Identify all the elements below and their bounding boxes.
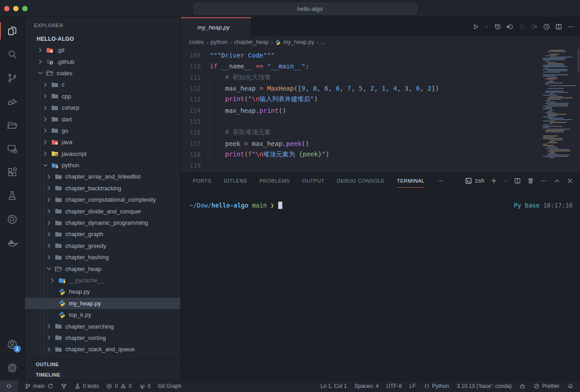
status-ports[interactable]: 0 bbox=[139, 380, 151, 392]
activity-remote-explorer[interactable] bbox=[0, 137, 24, 160]
tree-item-chapter-greedy[interactable]: chapter_greedy bbox=[25, 240, 180, 252]
run-python-file-icon[interactable] bbox=[472, 23, 479, 30]
shell-select[interactable]: zsh bbox=[465, 177, 484, 184]
panel-tab-terminal[interactable]: TERMINAL bbox=[397, 172, 425, 190]
tree-item-chapter-dynamic-programming[interactable]: chapter_dynamic_programming bbox=[25, 217, 180, 228]
customize-layout-icon[interactable] bbox=[565, 4, 574, 13]
toggle-panel-icon[interactable] bbox=[534, 4, 543, 13]
close-window-button[interactable] bbox=[4, 6, 10, 11]
activity-testing[interactable] bbox=[0, 184, 24, 208]
status-notifications[interactable] bbox=[567, 380, 574, 392]
tree-item--git[interactable]: .git bbox=[25, 44, 180, 56]
command-center-search[interactable]: hello-algo bbox=[194, 3, 417, 15]
breadcrumb--[interactable]: ... bbox=[321, 39, 325, 45]
status-indentation[interactable]: Spaces: 4 bbox=[354, 380, 378, 392]
tree-item-dart[interactable]: dart bbox=[25, 113, 180, 125]
tree-item-c[interactable]: c bbox=[25, 79, 180, 90]
panel-tab-problems[interactable]: PROBLEMS bbox=[259, 172, 290, 190]
tree-item-go[interactable]: go bbox=[25, 125, 180, 136]
toggle-sidebar-icon[interactable] bbox=[518, 4, 527, 13]
minimize-window-button[interactable] bbox=[13, 6, 19, 11]
panel-tab-output[interactable]: OUTPUT bbox=[302, 172, 325, 190]
activity-search[interactable] bbox=[0, 43, 24, 66]
editor-scrollbar[interactable] bbox=[577, 49, 580, 73]
status-prettier[interactable]: Prettier bbox=[533, 380, 560, 392]
status-cursor-position[interactable]: Ln 1, Col 1 bbox=[320, 380, 347, 392]
open-changes-next-icon[interactable] bbox=[531, 23, 538, 30]
tree-item-top-k-py[interactable]: top_k.py bbox=[25, 309, 180, 320]
panel-tab-debug-console[interactable]: DEBUG CONSOLE bbox=[337, 172, 385, 190]
code-editor[interactable]: 109"""Driver Code"""110if __name__ == "_… bbox=[181, 48, 580, 171]
explorer-actions-icon[interactable] bbox=[168, 22, 175, 29]
tree-item-javascript[interactable]: JSjavascript bbox=[25, 148, 180, 160]
tree-item-java[interactable]: java bbox=[25, 136, 180, 148]
tree-root-hello-algo[interactable]: HELLO-ALGO bbox=[25, 34, 180, 44]
tree-item-python[interactable]: python bbox=[25, 160, 180, 171]
tree-item-chapter-stack-and-queue[interactable]: chapter_stack_and_queue bbox=[25, 344, 180, 355]
status-test-status[interactable]: 0 tests bbox=[74, 380, 99, 392]
status-problems[interactable]: 00 bbox=[106, 380, 131, 392]
maximize-panel-icon[interactable] bbox=[553, 177, 561, 184]
tree-item-csharp[interactable]: csharp bbox=[25, 102, 180, 113]
file-history-icon[interactable] bbox=[494, 23, 501, 30]
status-git-graph-label[interactable]: Git Graph bbox=[158, 380, 181, 392]
minimap[interactable] bbox=[542, 48, 575, 161]
activity-docker[interactable] bbox=[0, 231, 24, 255]
terminal[interactable]: ~/Dow/hello-algo main ❯ Py base 18:17:16 bbox=[181, 190, 580, 380]
activity-accounts[interactable]: 1 bbox=[0, 333, 24, 356]
tree-item--github[interactable]: .github bbox=[25, 56, 180, 67]
activity-project-manager[interactable] bbox=[0, 113, 24, 137]
status-python-interpreter[interactable]: 3.10.13 ('base': conda) bbox=[457, 380, 512, 392]
kill-terminal-icon[interactable] bbox=[527, 177, 534, 184]
activity-github[interactable] bbox=[0, 208, 24, 231]
activity-source-control[interactable] bbox=[0, 66, 24, 90]
panel-tabs-more-icon[interactable] bbox=[437, 177, 444, 184]
tree-item-heap-py[interactable]: heap.py bbox=[25, 286, 180, 297]
tree-item--pycache-[interactable]: __pycache__ bbox=[25, 275, 180, 286]
nav-forward-icon[interactable] bbox=[179, 4, 188, 13]
tab-my-heap-py[interactable]: my_heap.py bbox=[181, 17, 251, 36]
run-dropdown-icon[interactable] bbox=[484, 24, 489, 29]
terminal-dropdown-icon[interactable] bbox=[503, 179, 508, 183]
status-git-branch[interactable]: main bbox=[24, 380, 53, 392]
new-terminal-icon[interactable] bbox=[490, 177, 498, 184]
tree-item-chapter-backtracking[interactable]: chapter_backtracking bbox=[25, 183, 180, 194]
status-git-graph-button[interactable] bbox=[61, 380, 67, 392]
breadcrumb-chapter-heap[interactable]: chapter_heap bbox=[234, 39, 269, 45]
tree-item-chapter-computational-complexity[interactable]: chapter_computational_complexity bbox=[25, 194, 180, 205]
more-actions-icon[interactable] bbox=[567, 23, 575, 30]
activity-extensions[interactable] bbox=[0, 160, 24, 184]
tree-item-chapter-divide-and-conquer[interactable]: chapter_divide_and_conquer bbox=[25, 205, 180, 217]
timeline-section[interactable]: TIMELINE bbox=[25, 369, 180, 380]
panel-tab-gitlens[interactable]: GITLENS bbox=[223, 172, 247, 190]
toggle-blame-icon[interactable] bbox=[543, 23, 550, 30]
tree-item-cpp[interactable]: cpp bbox=[25, 91, 180, 102]
status-remote-indicator[interactable] bbox=[0, 380, 18, 392]
close-tab-icon[interactable] bbox=[239, 24, 246, 31]
close-panel-icon[interactable] bbox=[566, 177, 574, 184]
breadcrumb-python[interactable]: python bbox=[211, 39, 228, 45]
status-language-mode[interactable]: Python bbox=[424, 380, 449, 392]
tree-item-chapter-heap[interactable]: chapter_heap bbox=[25, 263, 180, 274]
open-changes-icon[interactable] bbox=[518, 23, 526, 30]
status-copilot[interactable] bbox=[519, 380, 526, 392]
status-eol[interactable]: LF bbox=[410, 380, 416, 392]
split-editor-icon[interactable] bbox=[555, 23, 562, 30]
activity-run-debug[interactable] bbox=[0, 90, 24, 113]
outline-section[interactable]: OUTLINE bbox=[25, 359, 180, 369]
status-encoding[interactable]: UTF-8 bbox=[387, 380, 402, 392]
open-changes-prev-icon[interactable] bbox=[506, 23, 513, 30]
breadcrumb-codes[interactable]: codes bbox=[189, 39, 204, 45]
tree-item-chapter-graph[interactable]: chapter_graph bbox=[25, 228, 180, 240]
tree-item-codes[interactable]: codes bbox=[25, 68, 180, 79]
panel-more-icon[interactable] bbox=[540, 177, 547, 184]
tree-item-chapter-searching[interactable]: chapter_searching bbox=[25, 320, 180, 332]
activity-explorer[interactable] bbox=[0, 19, 24, 43]
tree-item-chapter-sorting[interactable]: chapter_sorting bbox=[25, 332, 180, 344]
tree-item-chapter-array-and-linkedlist[interactable]: chapter_array_and_linkedlist bbox=[25, 171, 180, 182]
toggle-secondary-sidebar-icon[interactable] bbox=[549, 4, 558, 13]
split-terminal-icon[interactable] bbox=[514, 177, 521, 184]
tree-item-my-heap-py[interactable]: my_heap.py bbox=[25, 298, 180, 309]
panel-tab-ports[interactable]: PORTS bbox=[193, 172, 211, 190]
zoom-window-button[interactable] bbox=[22, 6, 28, 11]
